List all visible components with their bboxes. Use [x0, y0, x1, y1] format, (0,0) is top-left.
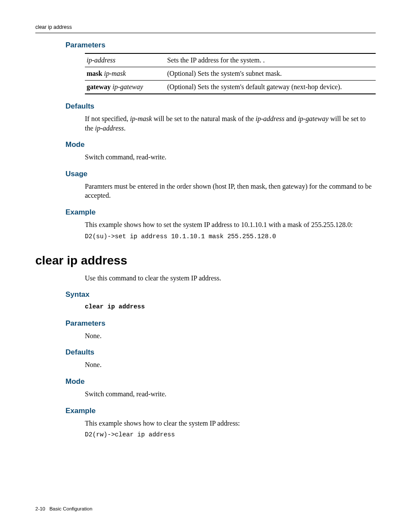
text-italic: ip-gateway	[298, 115, 328, 122]
heading-parameters: Parameters	[65, 41, 376, 50]
table-row: gateway ip-gateway (Optional) Sets the s…	[85, 81, 376, 94]
text-italic: ip-mask	[130, 115, 152, 122]
param-name-cell: mask ip-mask	[85, 67, 165, 81]
usage-body: Paramters must be entered in the order s…	[85, 182, 376, 200]
command-intro-body: Use this command to clear the system IP …	[85, 274, 376, 283]
parameters-body: ip-address Sets the IP address for the s…	[85, 53, 376, 94]
heading-command-clear-ip-address: clear ip address	[35, 254, 376, 268]
syntax-code: clear ip address	[85, 302, 376, 311]
footer-title: Basic Configuration	[50, 506, 93, 511]
text-italic: ip-address	[255, 115, 284, 122]
param-name-cell: ip-address	[85, 53, 165, 67]
heading-mode: Mode	[65, 140, 376, 149]
heading-defaults-2: Defaults	[65, 348, 376, 357]
page-footer: 2-10 Basic Configuration	[35, 506, 92, 511]
table-row: ip-address Sets the IP address for the s…	[85, 53, 376, 67]
heading-usage: Usage	[65, 170, 376, 178]
defaults-body: If not specified, ip-mask will be set to…	[85, 114, 376, 133]
param-italic: ip-mask	[104, 70, 126, 77]
heading-parameters-2: Parameters	[65, 319, 376, 328]
page: clear ip address Parameters ip-address S…	[0, 0, 411, 532]
text-italic: ip-address	[95, 124, 124, 132]
example-body-2: This example shows how to clear the syst…	[85, 419, 376, 439]
heading-example-2: Example	[65, 407, 376, 415]
parameters-text-2: None.	[85, 331, 376, 341]
parameters-table: ip-address Sets the IP address for the s…	[85, 53, 376, 94]
param-bold: mask	[87, 70, 102, 77]
example-code-2: D2(rw)->clear ip address	[85, 430, 376, 439]
example-text: This example shows how to set the system…	[85, 220, 376, 230]
param-italic: ip-gateway	[112, 83, 143, 90]
parameters-body-2: None.	[85, 331, 376, 341]
table-row: mask ip-mask (Optional) Sets the system'…	[85, 67, 376, 81]
text-fragment: will be set to the natural mask of the	[152, 115, 256, 122]
text-fragment: and	[284, 115, 298, 122]
running-header: clear ip address	[35, 24, 376, 30]
heading-defaults: Defaults	[65, 102, 376, 111]
param-desc-cell: (Optional) Sets the system's subnet mask…	[165, 67, 376, 81]
usage-text: Paramters must be entered in the order s…	[85, 182, 376, 200]
mode-body-2: Switch command, read-write.	[85, 389, 376, 399]
heading-example: Example	[65, 208, 376, 217]
param-desc-cell: Sets the IP address for the system. .	[165, 53, 376, 67]
param-italic: ip-address	[87, 56, 115, 64]
command-intro-text: Use this command to clear the system IP …	[85, 274, 376, 283]
syntax-body: clear ip address	[85, 302, 376, 311]
defaults-body-2: None.	[85, 360, 376, 370]
mode-text-2: Switch command, read-write.	[85, 389, 376, 399]
mode-text: Switch command, read-write.	[85, 152, 376, 162]
example-text-2: This example shows how to clear the syst…	[85, 419, 376, 428]
param-desc-cell: (Optional) Sets the system's default gat…	[165, 81, 376, 94]
param-name-cell: gateway ip-gateway	[85, 81, 165, 94]
heading-syntax: Syntax	[65, 290, 376, 299]
header-rule	[35, 33, 376, 33]
param-bold: gateway	[87, 83, 111, 90]
text-fragment: If not specified,	[85, 115, 130, 122]
heading-mode-2: Mode	[65, 377, 376, 386]
mode-body: Switch command, read-write.	[85, 152, 376, 162]
footer-page-number: 2-10	[35, 506, 45, 511]
defaults-text-2: None.	[85, 360, 376, 370]
defaults-text: If not specified, ip-mask will be set to…	[85, 114, 376, 133]
text-fragment: .	[124, 124, 126, 132]
example-code: D2(su)->set ip address 10.1.10.1 mask 25…	[85, 232, 376, 241]
example-body: This example shows how to set the system…	[85, 220, 376, 241]
